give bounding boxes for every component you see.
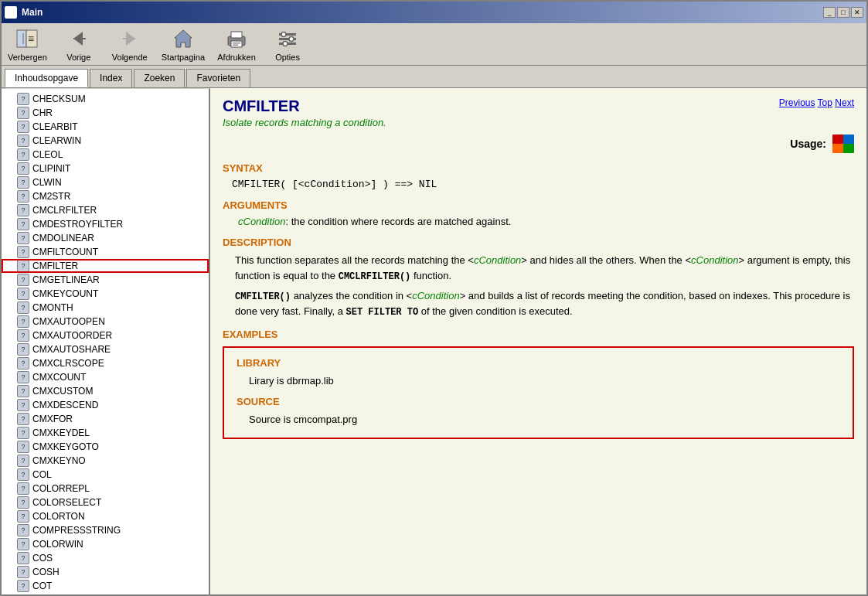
arguments-title: ARGUMENTS	[223, 199, 854, 211]
arguments-content: cCondition: the condition where records …	[238, 216, 854, 227]
home-button[interactable]: Startpagina	[162, 26, 205, 62]
tree-item-cmxcustom[interactable]: ?CMXCUSTOM	[2, 384, 209, 398]
tree-item-cmonth[interactable]: ?CMONTH	[2, 301, 209, 315]
tree-item-cleol[interactable]: ?CLEOL	[2, 148, 209, 162]
description-para1: This function separates all the records …	[235, 253, 854, 284]
tab-favorites[interactable]: Favorieten	[186, 69, 250, 87]
tabs: Inhoudsopgave Index Zoeken Favorieten	[5, 69, 863, 87]
item-icon: ?	[17, 176, 29, 189]
source-content: Source is cmcompat.prg	[249, 414, 840, 425]
tree-item-cmxkeyno[interactable]: ?CMXKEYNO	[2, 454, 209, 468]
next-link[interactable]: Next	[835, 97, 854, 108]
item-icon: ?	[17, 162, 29, 175]
back-button[interactable]: Vorige	[60, 26, 98, 62]
tabs-bar: Inhoudsopgave Index Zoeken Favorieten	[2, 66, 866, 87]
item-icon: ?	[17, 288, 29, 300]
tree-item-col[interactable]: ?COL	[2, 468, 209, 482]
tree-item-checksum[interactable]: ?CHECKSUM	[2, 92, 209, 106]
svg-rect-11	[231, 41, 242, 47]
options-icon	[275, 26, 300, 51]
item-icon: ?	[17, 93, 29, 105]
tree-item-cos[interactable]: ?COS	[2, 551, 209, 565]
tree-item-colorselect[interactable]: ?COLORSELECT	[2, 496, 209, 509]
item-icon: ?	[17, 246, 29, 258]
tree-item-clipinit[interactable]: ?CLIPINIT	[2, 162, 209, 175]
previous-link[interactable]: Previous	[779, 97, 815, 108]
close-button[interactable]: ✕	[851, 7, 863, 18]
tree-item-cm2str[interactable]: ?CM2STR	[2, 189, 209, 203]
tree-item-clearwin[interactable]: ?CLEARWIN	[2, 134, 209, 148]
tree-item-cmfiltcount[interactable]: ?CMFILTCOUNT	[2, 245, 209, 259]
tree-item-cmxautoshare[interactable]: ?CMXAUTOSHARE	[2, 342, 209, 356]
tree-item-cmxkeydel[interactable]: ?CMXKEYDEL	[2, 426, 209, 440]
tab-index[interactable]: Index	[90, 69, 132, 87]
toolbar: ≡ Verbergen Vorige Volgende	[2, 23, 866, 66]
maximize-button[interactable]: □	[837, 7, 849, 18]
tree-item-cmdestroyfilter[interactable]: ?CMDESTROYFILTER	[2, 217, 209, 231]
titlebar-controls[interactable]: _ □ ✕	[823, 7, 863, 18]
top-link[interactable]: Top	[818, 97, 832, 108]
right-panel: Previous Top Next CMFILTER Isolate recor…	[210, 88, 866, 594]
syntax-title: SYNTAX	[223, 162, 854, 174]
hide-button[interactable]: ≡ Verbergen	[8, 26, 47, 62]
tree-item-colorrepl[interactable]: ?COLORREPL	[2, 482, 209, 496]
usage-row: Usage:	[223, 135, 854, 153]
main-window: ? Main _ □ ✕ ≡ Verbergen	[0, 0, 868, 596]
svg-rect-23	[843, 144, 854, 153]
tab-contents[interactable]: Inhoudsopgave	[5, 69, 88, 87]
item-icon: ?	[17, 232, 29, 244]
svg-text:≡: ≡	[28, 32, 34, 45]
item-icon: ?	[17, 580, 29, 592]
minimize-button[interactable]: _	[823, 7, 836, 18]
item-icon: ?	[17, 260, 29, 272]
tree-item-cmfilter[interactable]: ?CMFILTER	[2, 259, 209, 273]
svg-rect-13	[233, 45, 238, 46]
tree-item-colorwin[interactable]: ?COLORWIN	[2, 537, 209, 551]
tree-item-clearbit[interactable]: ?CLEARBIT	[2, 120, 209, 134]
tree-item-cmxautoorder[interactable]: ?CMXAUTOORDER	[2, 329, 209, 342]
print-button[interactable]: Afdrukken	[217, 26, 256, 62]
tree-item-cmdolinear[interactable]: ?CMDOLINEAR	[2, 231, 209, 245]
item-icon: ?	[17, 204, 29, 216]
tree-item-cmxclrscope[interactable]: ?CMXCLRSCOPE	[2, 356, 209, 370]
tree-item-chr[interactable]: ?CHR	[2, 106, 209, 120]
svg-point-19	[283, 42, 288, 46]
tree-item-cmxkeygoto[interactable]: ?CMXKEYGOTO	[2, 440, 209, 454]
tree-item-clwin[interactable]: ?CLWIN	[2, 175, 209, 189]
tree-item-colorton[interactable]: ?COLORTON	[2, 509, 209, 523]
item-icon: ?	[17, 441, 29, 453]
titlebar: ? Main _ □ ✕	[2, 2, 866, 23]
description-title: DESCRIPTION	[223, 237, 854, 248]
tree-item-cmxdescend[interactable]: ?CMXDESCEND	[2, 398, 209, 412]
options-button[interactable]: Opties	[268, 26, 307, 62]
item-icon: ?	[17, 315, 29, 328]
item-icon: ?	[17, 135, 29, 147]
tree-item-cmxfor[interactable]: ?CMXFOR	[2, 412, 209, 426]
description-para2: CMFILTER() analyzes the condition in <cC…	[235, 288, 854, 319]
app-icon: ?	[5, 6, 17, 19]
item-icon: ?	[17, 357, 29, 370]
item-icon: ?	[17, 218, 29, 230]
help-title: CMFILTER	[223, 97, 854, 115]
help-header: CMFILTER Isolate records matching a cond…	[223, 97, 854, 128]
usage-icon	[832, 135, 854, 153]
tree-item-cot[interactable]: ?COT	[2, 579, 209, 593]
back-icon	[66, 26, 91, 51]
print-icon	[224, 26, 249, 51]
tree-item-cmclrfilter[interactable]: ?CMCLRFILTER	[2, 203, 209, 217]
forward-button[interactable]: Volgende	[111, 26, 149, 62]
item-icon: ?	[17, 385, 29, 397]
tree-item-cmxautoopen[interactable]: ?CMXAUTOOPEN	[2, 315, 209, 329]
tree-view[interactable]: ?CHECKSUM ?CHR ?CLEARBIT ?CLEARWIN ?CLEO…	[2, 89, 209, 594]
tree-item-cmgetlinear[interactable]: ?CMGETLINEAR	[2, 273, 209, 287]
tree-item-compressstring[interactable]: ?COMPRESSSTRING	[2, 523, 209, 537]
item-icon: ?	[17, 274, 29, 286]
tree-item-cmkeycount[interactable]: ?CMKEYCOUNT	[2, 287, 209, 301]
tab-search[interactable]: Zoeken	[134, 69, 185, 87]
tree-item-cosh[interactable]: ?COSH	[2, 565, 209, 579]
tree-item-cmxcount[interactable]: ?CMXCOUNT	[2, 370, 209, 384]
item-icon: ?	[17, 524, 29, 536]
item-icon: ?	[17, 496, 29, 509]
hide-icon: ≡	[15, 26, 39, 51]
item-icon: ?	[17, 371, 29, 383]
